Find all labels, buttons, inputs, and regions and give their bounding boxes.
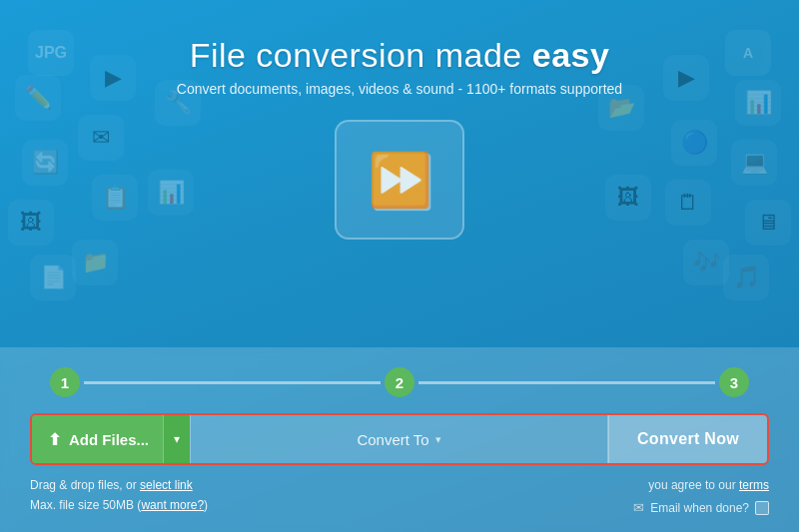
add-files-dropdown-button[interactable]: ▾ (163, 415, 190, 463)
main-title: File conversion made easy (0, 36, 799, 75)
step-line-2 (418, 381, 715, 384)
terms-link[interactable]: terms (739, 478, 769, 492)
drag-drop-text: Drag & drop files, or select link (30, 475, 208, 495)
step-3-circle: 3 (719, 367, 749, 397)
deco-file2-icon: 📋 (92, 175, 138, 221)
deco-mail-icon: ✉ (78, 115, 124, 161)
step-line-1 (84, 381, 381, 384)
subtitle: Convert documents, images, videos & soun… (0, 81, 799, 97)
deco-reload-icon: 🔄 (22, 140, 68, 186)
deco-copy-icon: 📁 (72, 240, 118, 285)
deco-note2-icon: 🎶 (683, 240, 729, 285)
email-row: ✉ Email when done? (633, 497, 769, 519)
deco-picture-icon: 🖼 (605, 175, 651, 221)
dropdown-arrow-icon: ▾ (174, 432, 180, 446)
convert-to-label: Convert To (357, 431, 428, 448)
deco-note-icon: 🗒 (665, 180, 711, 226)
add-files-button[interactable]: ⬆ Add Files... (32, 415, 163, 463)
deco-monitor-icon: 🖥 (745, 200, 791, 246)
step-2-circle: 2 (385, 367, 414, 397)
info-right: you agree to our terms ✉ Email when done… (633, 475, 769, 519)
title-emphasis: easy (532, 36, 610, 74)
email-checkbox[interactable] (755, 501, 769, 515)
deco-doc-icon: 📄 (30, 255, 76, 300)
action-row: ⬆ Add Files... ▾ Convert To ▾ Convert No… (30, 413, 769, 465)
convert-now-button[interactable]: Convert Now (608, 415, 767, 463)
deco-spreadsheet-icon: 📊 (148, 170, 194, 216)
terms-text: you agree to our terms (633, 475, 769, 495)
bottom-panel: 1 2 3 ⬆ Add Files... ▾ Convert To ▾ (0, 347, 799, 532)
add-files-label: Add Files... (69, 431, 149, 448)
deco-pie-icon: 🔵 (671, 120, 717, 166)
title-regular: File conversion made (190, 36, 532, 74)
email-when-done-label: Email when done? (650, 498, 749, 518)
deco-image-icon: 🖼 (8, 200, 54, 246)
max-size-text: Max. file size 50MB (want more?) (30, 495, 208, 515)
select-link[interactable]: select link (140, 478, 193, 492)
info-row: Drag & drop files, or select link Max. f… (30, 475, 769, 519)
email-envelope-icon: ✉ (633, 497, 644, 519)
convert-to-inner[interactable]: Convert To ▾ (357, 431, 440, 448)
info-left: Drag & drop files, or select link Max. f… (30, 475, 208, 516)
logo-box: ⏩ (335, 120, 464, 240)
want-more-link[interactable]: want more? (141, 498, 204, 512)
convert-now-label: Convert Now (637, 430, 739, 447)
deco-music-icon: 🎵 (723, 255, 769, 300)
header: File conversion made easy Convert docume… (0, 0, 799, 97)
upload-icon: ⬆ (48, 430, 61, 449)
deco-laptop-icon: 💻 (731, 140, 777, 186)
logo-arrows-icon: ⏩ (368, 154, 432, 206)
convert-to-chevron-icon: ▾ (435, 433, 441, 446)
steps-row: 1 2 3 (30, 347, 769, 413)
step-1-circle: 1 (50, 367, 80, 397)
convert-to-area[interactable]: Convert To ▾ (191, 415, 607, 463)
